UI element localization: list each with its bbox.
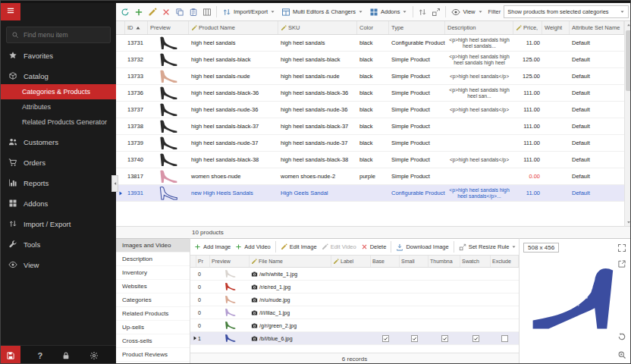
- tab-product-reviews[interactable]: Product Reviews: [116, 348, 190, 362]
- weight-cell: [542, 185, 570, 201]
- detail-column-header-pr[interactable]: Pr: [196, 256, 210, 267]
- product-row-13731[interactable]: 13731high heel sandalshigh heel sandalsb…: [116, 35, 624, 52]
- sort-button[interactable]: [416, 5, 429, 19]
- delete-image-button[interactable]: Delete: [359, 243, 388, 251]
- open-external-icon[interactable]: [617, 259, 626, 268]
- detail-column-header-file-name[interactable]: File Name: [250, 256, 331, 267]
- image-row-n-u-nude-jpg[interactable]: 0/n/u/nude.jpg: [190, 293, 519, 306]
- edit-product-button[interactable]: [146, 5, 159, 19]
- category-filter-select[interactable]: Show products from selected categories: [504, 5, 629, 18]
- column-header-weight[interactable]: Weight: [542, 21, 570, 34]
- thumbnail-checkbox[interactable]: [441, 335, 448, 342]
- image-row-b-l-blue-6-jpg[interactable]: 1/b/l/blue_6.jpg: [190, 332, 519, 345]
- delete-product-button[interactable]: [160, 5, 172, 19]
- set-resize-rule-button[interactable]: Set Resize Rule: [457, 243, 519, 252]
- resize-columns-button[interactable]: [430, 5, 442, 19]
- columns-button[interactable]: [201, 5, 213, 19]
- tab-up-sells[interactable]: Up-sells: [116, 321, 190, 334]
- column-header-preview[interactable]: Preview: [148, 21, 189, 34]
- image-row-w-h-white-1-jpg[interactable]: 0/w/h/white_1.jpg: [190, 268, 519, 281]
- gear-icon[interactable]: [89, 351, 99, 360]
- sidebar-item-categories-products[interactable]: Categories & Products: [1, 84, 116, 99]
- column-header-product-name[interactable]: Product Name: [189, 21, 278, 34]
- sidebar-item-catalog[interactable]: Catalog: [1, 67, 116, 84]
- price-cell: 111.00: [513, 118, 542, 134]
- copy-button[interactable]: [174, 5, 186, 19]
- product-row-13732[interactable]: 13732high heel sandals-blackhigh heel sa…: [116, 52, 624, 68]
- image-row-g-r-green-2-jpg[interactable]: 0/g/r/green_2.jpg: [190, 319, 519, 332]
- product-row-13817[interactable]: 13817women shoes-nudewomen shoes-nude-2p…: [116, 168, 624, 185]
- product-row-13739[interactable]: 13739high heel sandals-nude-37high heel …: [116, 135, 624, 152]
- sidebar-item-attributes[interactable]: Attributes: [1, 99, 116, 115]
- sidebar-item-view[interactable]: View: [1, 256, 116, 273]
- tab-description[interactable]: Description: [116, 253, 190, 266]
- product-row-13737[interactable]: 13737high heel sandals-nude-36high heel …: [116, 102, 624, 118]
- main-menu-button[interactable]: [1, 1, 20, 20]
- tab-related-products[interactable]: Related Products: [116, 307, 190, 321]
- product-row-13738[interactable]: 13738high heel sandals-black-37high heel…: [116, 118, 624, 135]
- add-product-button[interactable]: [133, 5, 145, 19]
- sidebar-item-orders[interactable]: Orders: [1, 154, 116, 171]
- column-header-sku[interactable]: SKU: [278, 21, 357, 34]
- vertical-scrollbar[interactable]: [624, 21, 631, 226]
- tab-categories[interactable]: Categories: [116, 293, 190, 307]
- download-image-button[interactable]: Download Image: [394, 243, 450, 252]
- tab-images-and-video[interactable]: Images and Video: [116, 239, 190, 253]
- edit-image-button[interactable]: Edit Image: [279, 243, 319, 251]
- rotate-icon[interactable]: [617, 332, 626, 341]
- detail-column-header-base[interactable]: Base: [371, 256, 400, 267]
- tab-inventory[interactable]: Inventory: [116, 266, 190, 280]
- detail-column-header-label[interactable]: Label: [331, 256, 371, 267]
- product-row-13736[interactable]: 13736high heel sandals-black-36high heel…: [116, 85, 624, 102]
- paste-button[interactable]: [187, 5, 199, 19]
- add-image-button[interactable]: Add Image: [193, 243, 232, 251]
- scrollbar-thumb[interactable]: [626, 30, 631, 91]
- sidebar-item-related-products-generator[interactable]: Related Products Generator: [1, 115, 116, 130]
- import-export-menu[interactable]: Import/Export: [220, 7, 278, 17]
- tab-cross-sells[interactable]: Cross-sells: [116, 334, 190, 348]
- column-header-attribute-set-name[interactable]: Attribute Set Name: [570, 21, 624, 34]
- small-checkbox[interactable]: [411, 335, 418, 342]
- column-header-id[interactable]: ID: [125, 21, 148, 34]
- refresh-button[interactable]: [119, 5, 131, 19]
- add-video-button[interactable]: Add Video: [234, 243, 272, 251]
- column-header-price[interactable]: Price,: [513, 21, 542, 34]
- column-header-color[interactable]: Color: [357, 21, 389, 34]
- zoom-icon[interactable]: [617, 350, 626, 359]
- product-row-13931[interactable]: 13931new High Heels SandalsHigh Geels Sa…: [116, 185, 624, 202]
- view-menu[interactable]: View: [449, 7, 485, 17]
- image-row-r-e-red-1-jpg[interactable]: 0/r/e/red_1.jpg: [190, 281, 519, 293]
- edit-video-button[interactable]: Edit Video: [320, 243, 358, 251]
- detail-column-header-exclude[interactable]: Exclude: [491, 256, 519, 267]
- help-icon[interactable]: ?: [38, 351, 43, 360]
- swatch-checkbox[interactable]: [472, 335, 479, 342]
- sidebar-item-tools[interactable]: Tools: [1, 236, 116, 253]
- sidebar-item-reports[interactable]: Reports: [1, 174, 116, 191]
- tab-websites[interactable]: Websites: [116, 280, 190, 293]
- addons-menu[interactable]: Addons: [367, 7, 410, 17]
- sidebar-item-customers[interactable]: Customers: [1, 133, 116, 150]
- detail-column-header-preview[interactable]: Preview: [210, 256, 250, 267]
- sidebar-item-addons[interactable]: Addons: [1, 195, 116, 212]
- sidebar-collapse-handle[interactable]: [111, 175, 118, 192]
- fullscreen-icon[interactable]: [617, 243, 626, 253]
- scroll-down-button[interactable]: [625, 218, 631, 226]
- base-checkbox[interactable]: [382, 335, 389, 342]
- product-row-13733[interactable]: 13733high heel sandals-nudehigh heel san…: [116, 68, 624, 85]
- sidebar-item-favorites[interactable]: Favorites: [1, 47, 116, 64]
- scroll-up-button[interactable]: [625, 21, 631, 29]
- detail-column-header-thumbna[interactable]: Thumbna: [429, 256, 460, 267]
- sidebar-search-input[interactable]: Find menu item: [6, 27, 111, 43]
- detail-column-header-small[interactable]: Small: [400, 256, 429, 267]
- exclude-checkbox[interactable]: [501, 335, 508, 342]
- image-row-l-i-lilac-1-jpg[interactable]: 0/l/i/lilac_1.jpg: [190, 306, 519, 319]
- column-header-type[interactable]: Type: [389, 21, 445, 34]
- multi-editors-menu[interactable]: Multi Editors & Changers: [279, 7, 366, 17]
- detail-column-header-swatch[interactable]: Swatch: [460, 256, 491, 267]
- sidebar-item-import-export[interactable]: Import / Export: [1, 215, 116, 232]
- attribute-set-cell: Default: [570, 35, 624, 51]
- save-button[interactable]: [1, 346, 20, 364]
- column-header-description[interactable]: Description: [445, 21, 513, 34]
- lock-icon[interactable]: [61, 351, 71, 360]
- product-row-13740[interactable]: 13740high heel sandals-black-38high heel…: [116, 152, 624, 168]
